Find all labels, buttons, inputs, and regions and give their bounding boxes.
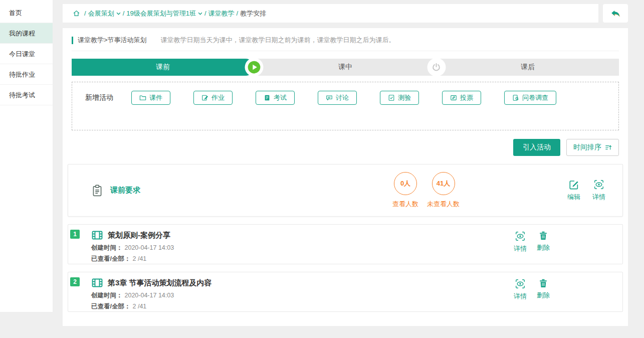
activity-card: 2 第3章 节事活动策划流程及内容 创建时间：2020-04-17 14:03 … xyxy=(68,272,623,312)
button-label: 讨论 xyxy=(336,93,349,102)
eye-detail-icon xyxy=(515,278,526,289)
breadcrumb-separator: / xyxy=(84,10,86,17)
activity-actions: 详情 删除 xyxy=(514,278,550,301)
button-label: 考试 xyxy=(274,93,287,102)
activity-index-badge: 1 xyxy=(70,230,80,239)
created-label: 创建时间： xyxy=(91,244,123,251)
teaching-path-label: 课堂教学>节事活动策划 xyxy=(78,36,147,45)
add-discussion-button[interactable]: 讨论 xyxy=(318,91,357,105)
time-sort-button[interactable]: 时间排序 xyxy=(566,139,619,156)
edit-label: 编辑 xyxy=(567,193,580,202)
toolbar: 引入活动 时间排序 xyxy=(72,139,619,156)
edit-icon xyxy=(568,179,579,190)
delete-label: 删除 xyxy=(537,243,550,252)
sidebar-item-my-courses[interactable]: 我的课程 xyxy=(0,23,53,44)
sidebar-item-home[interactable]: 首页 xyxy=(0,3,53,23)
back-button[interactable] xyxy=(603,4,628,23)
tab-post-class[interactable]: 课后 xyxy=(437,59,619,76)
edit-requirement-button[interactable]: 编辑 xyxy=(567,179,580,202)
requirement-stats: 0人 查看人数 41人 未查看人数 xyxy=(392,172,460,209)
add-activity-panel: 新增活动 课件 作业 考试 讨论 测验 xyxy=(72,82,619,130)
detail-label: 详情 xyxy=(592,193,605,202)
chevron-down-icon[interactable] xyxy=(116,12,121,15)
activity-card: 1 策划原则-案例分享 创建时间：2020-04-17 14:03 已查看/全部… xyxy=(68,224,623,264)
discussion-icon xyxy=(326,94,333,101)
detail-label: 详情 xyxy=(514,244,527,253)
activity-delete-button[interactable]: 删除 xyxy=(537,231,550,253)
viewed-label: 已查看/全部： xyxy=(91,303,130,310)
activity-title[interactable]: 策划原则-案例分享 xyxy=(108,231,170,240)
exam-icon xyxy=(264,94,271,101)
breadcrumb-course[interactable]: 会展策划 xyxy=(88,9,114,18)
detail-label: 详情 xyxy=(514,292,527,301)
pre-class-requirement-card: 课前要求 0人 查看人数 41人 未查看人数 编辑 xyxy=(68,164,623,217)
viewed-label: 已查看/全部： xyxy=(91,255,130,262)
activity-index-badge: 2 xyxy=(70,277,80,286)
tab-pre-class-label: 课前 xyxy=(156,63,170,72)
sort-icon xyxy=(605,144,612,151)
breadcrumb-separator: / xyxy=(123,10,125,17)
chevron-down-icon[interactable] xyxy=(198,12,202,15)
tab-pre-class[interactable]: 课前 xyxy=(72,59,254,76)
add-exam-button[interactable]: 考试 xyxy=(256,91,295,105)
home-icon[interactable] xyxy=(73,10,80,17)
viewed-count-circle: 0人 xyxy=(394,172,417,195)
requirement-header: 课前要求 xyxy=(91,184,140,197)
viewed-value: 2 /41 xyxy=(132,303,146,310)
homework-icon xyxy=(201,94,208,101)
trash-icon xyxy=(538,278,548,288)
breadcrumb-separator: / xyxy=(204,10,206,17)
unviewed-count-circle: 41人 xyxy=(432,172,455,195)
add-homework-button[interactable]: 作业 xyxy=(193,91,233,105)
eye-detail-icon xyxy=(593,179,604,190)
add-courseware-button[interactable]: 课件 xyxy=(131,91,170,105)
add-vote-button[interactable]: 投票 xyxy=(442,91,481,105)
time-sort-label: 时间排序 xyxy=(573,143,601,152)
sidebar-item-today-class[interactable]: 今日课堂 xyxy=(0,44,53,64)
add-quiz-button[interactable]: 测验 xyxy=(380,91,419,105)
clipboard-icon xyxy=(91,184,104,197)
breadcrumb: / 会展策划 / 19级会展策划与管理1班 / 课堂教学 / 教学安排 xyxy=(63,4,598,23)
return-arrow-icon xyxy=(610,8,621,19)
activity-actions: 详情 删除 xyxy=(514,231,550,253)
survey-icon xyxy=(512,94,519,101)
button-label: 测验 xyxy=(398,93,411,102)
created-value: 2020-04-17 14:03 xyxy=(125,244,174,251)
unviewed-count-stat[interactable]: 41人 未查看人数 xyxy=(427,172,460,209)
main-panel: 课堂教学>节事活动策划 课堂教学日期当天为课中，课堂教学日期之前为课前，课堂教学… xyxy=(63,28,628,326)
quiz-icon xyxy=(388,94,395,101)
activity-delete-button[interactable]: 删除 xyxy=(537,278,550,301)
import-activity-button[interactable]: 引入活动 xyxy=(513,139,560,156)
sidebar-item-pending-homework[interactable]: 待批作业 xyxy=(0,64,53,85)
info-row: 课堂教学>节事活动策划 课堂教学日期当天为课中，课堂教学日期之前为课前，课堂教学… xyxy=(72,28,619,51)
breadcrumb-class[interactable]: 19级会展策划与管理1班 xyxy=(126,9,196,18)
button-label: 投票 xyxy=(460,93,473,102)
tab-post-class-label: 课后 xyxy=(521,63,535,72)
breadcrumb-current-page: 教学安排 xyxy=(240,9,266,18)
phase-explanation-text: 课堂教学日期当天为课中，课堂教学日期之前为课前，课堂教学日期之后为课后。 xyxy=(161,36,395,45)
sidebar: 首页 我的课程 今日课堂 待批作业 待批考试 xyxy=(0,0,53,312)
courseware-film-icon xyxy=(91,277,103,289)
created-value: 2020-04-17 14:03 xyxy=(125,292,174,299)
requirement-actions: 编辑 详情 xyxy=(567,179,605,202)
button-label: 问卷调查 xyxy=(522,93,548,102)
activity-viewed-row: 已查看/全部：2 /41 xyxy=(91,255,605,263)
tab-in-class[interactable]: 课中 xyxy=(254,59,437,76)
activity-detail-button[interactable]: 详情 xyxy=(514,278,527,301)
delete-label: 删除 xyxy=(537,291,550,300)
activity-title[interactable]: 第3章 节事活动策划流程及内容 xyxy=(108,278,212,288)
button-label: 作业 xyxy=(211,93,225,102)
requirement-title: 课前要求 xyxy=(110,186,140,195)
add-activity-label: 新增活动 xyxy=(85,93,113,102)
activity-viewed-row: 已查看/全部：2 /41 xyxy=(91,302,605,311)
accent-bar xyxy=(72,37,73,44)
button-label: 课件 xyxy=(149,93,162,102)
courseware-film-icon xyxy=(91,229,103,241)
play-status-icon xyxy=(245,58,263,77)
sidebar-item-pending-exams[interactable]: 待批考试 xyxy=(0,85,53,105)
breadcrumb-classroom-teaching[interactable]: 课堂教学 xyxy=(208,9,235,18)
viewed-count-stat[interactable]: 0人 查看人数 xyxy=(392,172,418,209)
requirement-detail-button[interactable]: 详情 xyxy=(592,179,605,202)
activity-detail-button[interactable]: 详情 xyxy=(514,231,527,253)
add-survey-button[interactable]: 问卷调查 xyxy=(504,91,556,105)
